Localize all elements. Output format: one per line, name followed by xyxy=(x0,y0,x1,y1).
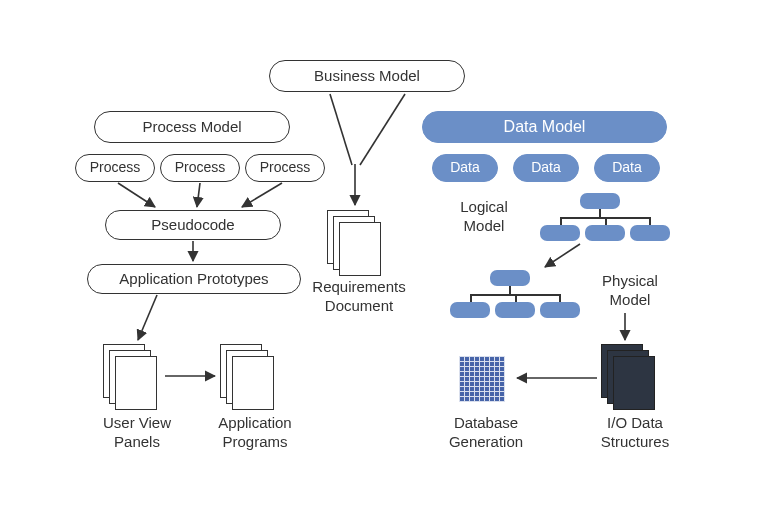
label-requirements-document: Requirements Document xyxy=(300,278,418,316)
label-database-generation: Database Generation xyxy=(437,414,535,452)
node-application-prototypes: Application Prototypes xyxy=(87,264,301,294)
node-business-model: Business Model xyxy=(269,60,465,92)
node-process-3: Process xyxy=(245,154,325,182)
diagram-canvas: Business Model Process Model Data Model … xyxy=(0,0,768,529)
node-data-1: Data xyxy=(432,154,498,182)
arrow-process3-pseudocode xyxy=(242,183,282,207)
arrow-business-to-requirements-left xyxy=(330,94,352,165)
label-application-programs: Application Programs xyxy=(203,414,307,452)
label-io-data-structures: I/O Data Structures xyxy=(585,414,685,452)
node-process-1: Process xyxy=(75,154,155,182)
node-process-model: Process Model xyxy=(94,111,290,143)
label-logical-model: Logical Model xyxy=(445,198,523,236)
arrow-prototypes-panels xyxy=(138,295,157,340)
node-data-model: Data Model xyxy=(422,111,667,143)
node-data-2: Data xyxy=(513,154,579,182)
label-user-view-panels: User View Panels xyxy=(87,414,187,452)
arrow-logical-physical xyxy=(545,244,580,267)
node-process-2: Process xyxy=(160,154,240,182)
arrow-business-to-requirements-right xyxy=(360,94,405,165)
arrow-process2-pseudocode xyxy=(197,183,200,207)
node-data-3: Data xyxy=(594,154,660,182)
node-pseudocode: Pseudocode xyxy=(105,210,281,240)
label-physical-model: Physical Model xyxy=(590,272,670,310)
arrow-process1-pseudocode xyxy=(118,183,155,207)
icon-database-generation xyxy=(459,356,505,402)
